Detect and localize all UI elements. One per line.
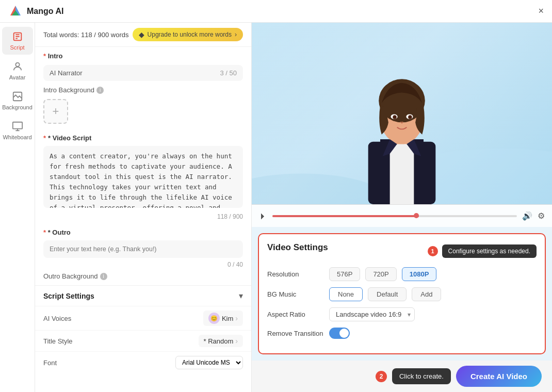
title-style-arrow-icon: › — [235, 337, 238, 345]
resolution-1080p-button[interactable]: 1080P — [402, 267, 437, 281]
narrator-label: AI Narrator — [50, 69, 83, 77]
script-settings-header[interactable]: Script Settings ▾ — [35, 285, 251, 306]
remove-transition-toggle[interactable] — [329, 328, 350, 339]
words-count: Total words: 118 / 900 words — [43, 31, 128, 39]
main-layout: Script Avatar Background Whiteboard — [0, 23, 552, 392]
avatar-svg — [350, 60, 453, 204]
svg-point-22 — [408, 115, 412, 119]
remove-transition-row: Remove Transition — [267, 328, 537, 339]
ai-voices-selector[interactable]: 😊 Kim › — [203, 311, 243, 326]
intro-bg-row: Intro Background i — [35, 83, 251, 97]
title-style-row: Title Style * Random › — [35, 330, 251, 351]
font-selector[interactable]: Arial Unicode MS — [175, 356, 243, 369]
play-button[interactable]: ⏵ — [259, 211, 267, 221]
progress-bar[interactable] — [272, 215, 517, 217]
outro-section-label: * * Outro — [35, 224, 251, 238]
left-panel: Total words: 118 / 900 words ◆ Upgrade t… — [35, 23, 252, 392]
resolution-576p-button[interactable]: 576P — [329, 267, 360, 281]
whiteboard-icon — [12, 121, 23, 132]
video-controls: ⏵ 🔊 ⚙ — [252, 204, 552, 227]
resolution-720p-button[interactable]: 720P — [365, 267, 396, 281]
add-icon: + — [53, 105, 59, 118]
svg-rect-7 — [12, 122, 22, 129]
outro-label: * Outro — [48, 228, 71, 236]
right-bottom-area: 2 Click to create. Create AI Video — [376, 366, 542, 387]
font-label: Font — [43, 359, 57, 367]
sidebar-avatar-label: Avatar — [9, 74, 26, 80]
svg-point-5 — [15, 63, 19, 67]
music-default-button[interactable]: Default — [368, 287, 407, 301]
outro-bg-text: Outro Background — [43, 272, 98, 280]
intro-bg-info-icon[interactable]: i — [96, 87, 104, 94]
ai-voices-label: AI Voices — [43, 315, 71, 322]
outro-bg-row: Outro Background i — [35, 270, 251, 282]
outro-bg-info-icon[interactable]: i — [100, 273, 107, 280]
video-script-label: * Video Script — [48, 134, 91, 142]
progress-dot — [414, 213, 419, 218]
aspect-ratio-select-wrap: Landscape video 16:9 — [329, 307, 415, 321]
title-style-selector[interactable]: * Random › — [199, 335, 243, 347]
settings-gear-icon[interactable]: ⚙ — [538, 211, 545, 221]
sidebar-item-avatar[interactable]: Avatar — [2, 57, 33, 85]
bg-music-row: BG Music None Default Add — [267, 287, 537, 301]
music-add-button[interactable]: Add — [412, 287, 441, 301]
toggle-knob — [339, 329, 349, 338]
intro-section-label: * Intro — [35, 47, 251, 63]
right-panel: ⏵ 🔊 ⚙ Video Settings 1 Configure setting… — [252, 23, 552, 392]
remove-transition-label: Remove Transition — [267, 330, 324, 337]
sidebar-script-label: Script — [10, 44, 24, 51]
add-background-button[interactable]: + — [43, 99, 68, 124]
aspect-ratio-label: Aspect Ratio — [267, 311, 324, 318]
volume-icon[interactable]: 🔊 — [522, 211, 532, 221]
script-char-count: 118 / 900 — [35, 212, 251, 224]
top-bar: Mango AI × — [0, 0, 552, 23]
bg-music-label: BG Music — [267, 290, 324, 298]
outro-count: 0 / 40 — [35, 260, 251, 270]
close-button[interactable]: × — [538, 6, 544, 17]
intro-bg-text: Intro Background — [43, 86, 94, 94]
script-settings-title: Script Settings — [43, 292, 94, 300]
configure-tooltip: Configure settings as needed. — [442, 244, 537, 258]
diamond-icon: ◆ — [139, 30, 144, 39]
aspect-ratio-selector[interactable]: Landscape video 16:9 — [329, 307, 415, 321]
toggle-track[interactable] — [329, 328, 350, 339]
sidebar-item-whiteboard[interactable]: Whiteboard — [2, 117, 33, 144]
sidebar: Script Avatar Background Whiteboard — [0, 23, 35, 392]
narrator-row: AI Narrator 3 / 50 — [43, 65, 243, 81]
svg-point-21 — [393, 115, 396, 119]
badge-2: 2 — [376, 371, 387, 382]
ai-voice-name: Kim — [222, 315, 233, 322]
ai-voices-arrow-icon: › — [235, 314, 238, 322]
mango-logo-icon — [8, 4, 23, 19]
avatar-preview — [350, 60, 453, 204]
preview-area — [252, 23, 552, 204]
video-settings-title: Video Settings — [267, 242, 328, 253]
video-script-section: * * Video Script — [35, 130, 251, 144]
title-style-value: * Random — [204, 337, 234, 345]
narrator-count: 3 / 50 — [220, 69, 237, 77]
aspect-ratio-row: Aspect Ratio Landscape video 16:9 — [267, 307, 537, 321]
create-ai-video-button[interactable]: Create AI Video — [456, 366, 542, 387]
ai-voice-avatar: 😊 — [208, 313, 220, 324]
script-icon — [12, 31, 23, 42]
title-style-label: Title Style — [43, 337, 73, 345]
outro-input[interactable] — [43, 240, 243, 258]
sidebar-item-background[interactable]: Background — [2, 87, 33, 115]
upgrade-label: Upgrade to unlock more words — [148, 31, 232, 38]
badge-1: 1 — [428, 246, 438, 256]
svg-rect-15 — [390, 139, 414, 204]
sidebar-background-label: Background — [2, 104, 33, 110]
font-row: Font Arial Unicode MS — [35, 351, 251, 373]
avatar-icon — [12, 61, 23, 72]
progress-fill — [272, 215, 419, 217]
app-title: Mango AI — [27, 7, 63, 16]
ai-voices-row: AI Voices 😊 Kim › — [35, 306, 251, 330]
background-icon — [12, 91, 23, 102]
upgrade-button[interactable]: ◆ Upgrade to unlock more words › — [133, 28, 243, 41]
music-none-button[interactable]: None — [329, 287, 363, 301]
video-script-input[interactable] — [43, 146, 243, 208]
sidebar-whiteboard-label: Whiteboard — [3, 134, 31, 140]
resolution-row: Resolution 576P 720P 1080P — [267, 267, 537, 281]
words-banner: Total words: 118 / 900 words ◆ Upgrade t… — [35, 23, 251, 47]
sidebar-item-script[interactable]: Script — [2, 27, 33, 55]
